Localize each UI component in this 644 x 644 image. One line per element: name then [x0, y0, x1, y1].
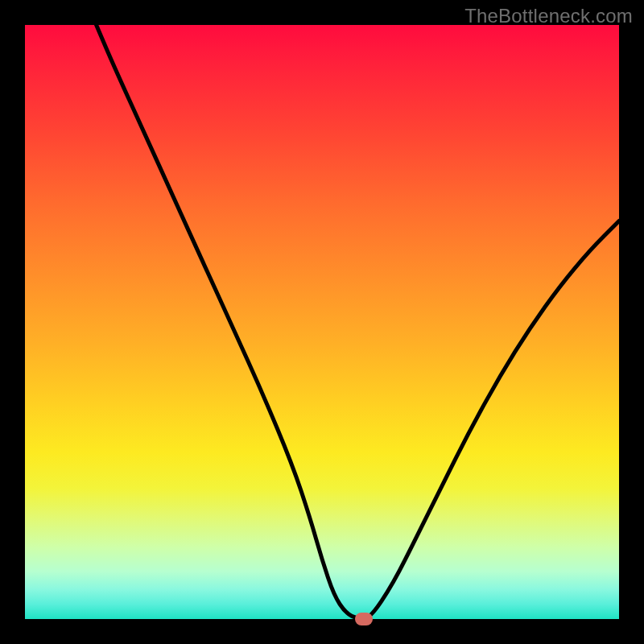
- chart-stage: TheBottleneck.com: [0, 0, 644, 644]
- bottleneck-curve: [25, 25, 619, 619]
- minimum-marker: [355, 613, 373, 625]
- attribution-text: TheBottleneck.com: [464, 5, 633, 27]
